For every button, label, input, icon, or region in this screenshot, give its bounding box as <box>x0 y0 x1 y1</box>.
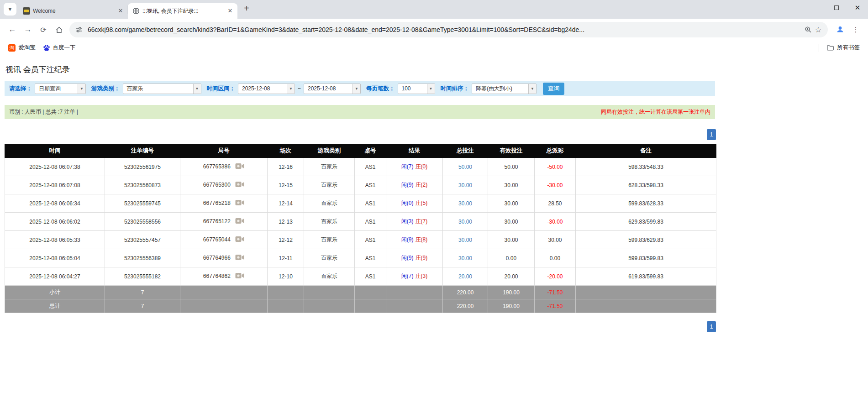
address-bar[interactable]: 66cxkj98.com/game/betrecord_search/kind3… <box>69 22 828 37</box>
table-row: 2025-12-08 06:05:04 523025556389 6677649… <box>5 249 716 267</box>
bookmark-baidu[interactable]: 百度一下 <box>39 42 79 53</box>
table-number: AS1 <box>355 267 386 286</box>
total-bet-link[interactable]: 30.00 <box>443 249 488 267</box>
sort-select[interactable]: 降幂(由大到小) ▼ <box>472 84 537 94</box>
per-page-select[interactable]: 100 ▼ <box>398 84 435 94</box>
result: 闲(0)庄(5) <box>386 194 443 213</box>
valid-bet: 30.00 <box>488 231 535 249</box>
table-number: AS1 <box>355 249 386 267</box>
video-replay-icon[interactable] <box>235 181 244 189</box>
note: 599.83/599.83 <box>576 249 716 267</box>
video-replay-icon[interactable] <box>235 254 244 262</box>
date-end-select[interactable]: 2025-12-08 ▼ <box>304 84 361 94</box>
video-replay-icon[interactable] <box>235 163 244 171</box>
window-controls: ✕ <box>805 0 868 16</box>
bet-number: 523025556389 <box>105 249 180 267</box>
bookmark-label: 爱淘宝 <box>18 44 36 52</box>
baidu-paw-icon <box>43 44 50 52</box>
notice-text: 同局有效投注，统一计算在该局第一张注单内 <box>601 108 710 116</box>
date-start-select[interactable]: 2025-12-08 ▼ <box>238 84 295 94</box>
game-category: 百家乐 <box>304 249 355 267</box>
table-row: 2025-12-08 06:06:34 523025559745 6677652… <box>5 194 716 213</box>
note: 598.33/548.33 <box>576 158 716 176</box>
video-replay-icon[interactable] <box>235 272 244 280</box>
banker-result: 庄(0) <box>416 163 428 170</box>
url-text[interactable]: 66cxkj98.com/game/betrecord_search/kind3… <box>88 26 800 33</box>
close-window-button[interactable]: ✕ <box>847 0 868 16</box>
payout: -30.00 <box>535 176 576 194</box>
table-row: 2025-12-08 06:07:08 523025560873 6677653… <box>5 176 716 194</box>
col-valid-bet: 有效投注 <box>488 144 535 158</box>
query-type-select[interactable]: 日期查询 ▼ <box>35 84 86 94</box>
video-replay-icon[interactable] <box>235 218 244 225</box>
maximize-button[interactable] <box>826 0 847 16</box>
total-bet-link[interactable]: 50.00 <box>443 158 488 176</box>
video-replay-icon[interactable] <box>235 199 244 207</box>
forward-button[interactable]: → <box>20 22 36 37</box>
payout: 0.00 <box>535 249 576 267</box>
total-bet-link[interactable]: 20.00 <box>443 267 488 286</box>
page-1-button[interactable]: 1 <box>707 129 716 140</box>
total-bet-link[interactable]: 30.00 <box>443 231 488 249</box>
close-icon[interactable]: ✕ <box>226 7 234 15</box>
valid-bet: 30.00 <box>488 213 535 231</box>
bookmark-star-icon[interactable]: ☆ <box>813 25 823 35</box>
page-1-button[interactable]: 1 <box>707 321 716 332</box>
refresh-button[interactable]: ⟳ <box>36 22 51 37</box>
new-tab-button[interactable]: + <box>240 2 253 15</box>
game-category: 百家乐 <box>304 176 355 194</box>
game-category-select[interactable]: 百家乐 ▼ <box>123 84 201 94</box>
all-bookmarks[interactable]: 所有书签 <box>823 42 863 53</box>
table-number: AS1 <box>355 213 386 231</box>
close-icon[interactable]: ✕ <box>117 7 124 15</box>
divider <box>819 44 819 52</box>
round-number: 667765218 <box>180 194 268 213</box>
session: 12-15 <box>268 176 304 194</box>
back-button[interactable]: ← <box>5 22 20 37</box>
home-button[interactable] <box>51 22 67 37</box>
tab-welcome[interactable]: Welcome ✕ <box>18 3 128 19</box>
forward-icon: → <box>24 25 32 34</box>
folder-icon <box>826 44 834 52</box>
minimize-button[interactable] <box>805 0 826 16</box>
subtotal-total-bet: 220.00 <box>443 286 488 299</box>
total-bet-link[interactable]: 30.00 <box>443 194 488 213</box>
col-game-category: 游戏类别 <box>304 144 355 158</box>
globe-favicon-icon <box>132 7 140 15</box>
profile-button[interactable] <box>832 22 848 37</box>
game-category: 百家乐 <box>304 194 355 213</box>
sort-label: 时间排序： <box>441 85 469 93</box>
bet-time: 2025-12-08 06:06:02 <box>5 213 105 231</box>
total-bet-link[interactable]: 30.00 <box>443 176 488 194</box>
total-count: 7 <box>105 299 180 313</box>
valid-bet: 30.00 <box>488 176 535 194</box>
payout: -50.00 <box>535 158 576 176</box>
select-type-label: 请选择： <box>9 85 32 93</box>
maximize-icon <box>834 5 839 10</box>
zoom-icon[interactable] <box>803 25 813 35</box>
total-bet-link[interactable]: 30.00 <box>443 213 488 231</box>
bet-time: 2025-12-08 06:06:34 <box>5 194 105 213</box>
player-result: 闲(7) <box>401 273 414 279</box>
bookmark-taobao[interactable]: 淘 爱淘宝 <box>5 42 39 53</box>
bet-records-table: 时间 注单编号 局号 场次 游戏类别 桌号 结果 总投注 有效投注 总派彩 备注… <box>5 144 716 313</box>
bet-number: 523025558556 <box>105 213 180 231</box>
col-time: 时间 <box>5 144 105 158</box>
banker-result: 庄(7) <box>416 218 428 225</box>
chevron-down-icon: ▼ <box>78 84 85 94</box>
subtotal-payout: -71.50 <box>535 286 576 299</box>
bet-number: 523025560873 <box>105 176 180 194</box>
chevron-down-icon: ▼ <box>287 84 295 94</box>
back-icon: ← <box>9 25 16 34</box>
banker-result: 庄(3) <box>416 273 428 279</box>
table-number: AS1 <box>355 194 386 213</box>
site-settings-icon[interactable] <box>74 25 84 35</box>
tab-betrecord[interactable]: :::视讯, 会员下注纪录::: ✕ <box>128 3 237 19</box>
round-number: 667764966 <box>180 249 268 267</box>
all-bookmarks-label: 所有书签 <box>837 44 860 52</box>
search-button[interactable]: 查询 <box>543 83 564 95</box>
video-replay-icon[interactable] <box>235 236 244 244</box>
menu-button[interactable]: ⋮ <box>848 22 863 37</box>
tab-search-button[interactable]: ▼ <box>4 3 16 16</box>
valid-bet: 50.00 <box>488 158 535 176</box>
